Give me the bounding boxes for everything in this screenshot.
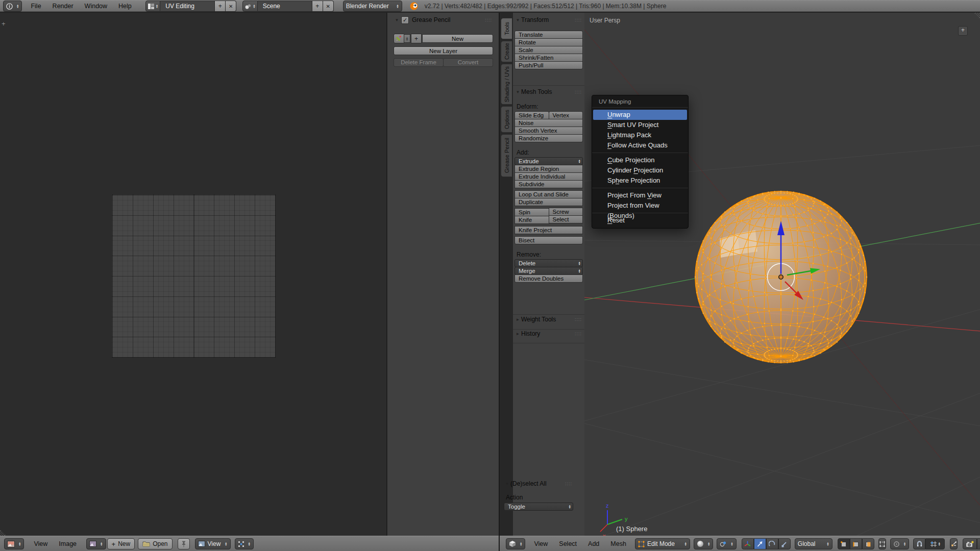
shelf-button-screw[interactable]: Screw [549,208,583,216]
collapse-triangle-icon[interactable]: ► [514,317,521,322]
shelf-button-extrude-individual[interactable]: Extrude Individual [514,172,583,181]
proportional-edit-dropdown[interactable] [890,538,909,549]
uv-menu-view[interactable]: View [28,540,53,547]
pin-image-button[interactable] [178,538,190,549]
menu-item-cylinder-projection[interactable]: Cylinder Projection [593,165,687,176]
region-corner-grip[interactable] [0,530,6,536]
scene-icon-button[interactable] [242,1,257,12]
screen-layout-delete-button[interactable]: ✕ [226,1,236,12]
shelf-button-select[interactable]: Select [549,215,583,223]
panel-drag-dots-icon[interactable]: :::: [575,17,582,22]
shelf-button-extrude-region[interactable]: Extrude Region [514,165,583,173]
menu-item-project-from-view-bounds-[interactable]: Project from View (Bounds) [593,201,687,211]
image-new-button[interactable]: + New [107,538,135,549]
manipulator-scale-button[interactable] [778,538,791,549]
shelf-button-vertex[interactable]: Vertex [549,111,583,119]
shelf-tab-tools[interactable]: Tools [501,18,512,39]
manipulator-rotate-button[interactable] [766,538,778,549]
menu-item-sphere-projection[interactable]: Sphere Projection [593,176,687,186]
grease-pencil-checkbox[interactable]: ✓ [401,16,409,24]
shelf-tab-options[interactable]: Options [501,106,512,133]
menu-item-cube-projection[interactable]: Cube Projection [593,155,687,165]
uv-pivot-dropdown[interactable] [235,538,254,549]
editor-type-button[interactable] [506,538,525,549]
mesh-tools-panel-header[interactable]: ▼ Mesh Tools :::: [514,88,583,96]
shelf-button-push-pull[interactable]: Push/Pull [514,61,583,69]
shelf-menu-extrude[interactable]: Extrude [514,157,583,165]
vertex-select-button[interactable] [838,538,850,549]
render-animation-button[interactable] [977,538,980,549]
snap-element-dropdown[interactable] [925,538,945,549]
shelf-tab-create[interactable]: Create [501,41,512,62]
grease-pencil-data-spinner[interactable] [404,34,410,43]
panel-drag-dots-icon[interactable]: :::: [565,481,572,486]
new-layer-button[interactable]: New Layer [394,46,493,55]
image-open-button[interactable]: Open [138,538,172,549]
grease-pencil-add-button[interactable]: + [411,34,422,43]
collapse-triangle-icon[interactable]: ▼ [504,482,510,486]
manipulator-axes-button[interactable] [742,538,754,549]
image-datablock-button[interactable] [86,538,106,549]
collapse-triangle-icon[interactable]: ▼ [514,18,521,22]
history-panel-header[interactable]: ► History :::: [514,330,583,338]
blender-info-menu-button[interactable] [3,1,22,12]
viewport-shading-dropdown[interactable] [694,538,713,549]
snap-toggle-button[interactable] [913,538,925,549]
panel-drag-dots-icon[interactable]: :::: [575,331,582,336]
shelf-button-knife[interactable]: Knife [514,216,549,224]
viewport-canvas[interactable]: z y x User Persp (1) Sphere + UV Mapping… [584,13,980,536]
panel-drag-dots-icon[interactable]: :::: [485,17,492,22]
shelf-menu-delete[interactable]: Delete [514,259,583,267]
editor-type-button[interactable] [4,538,24,549]
shelf-tab-shading-uvs[interactable]: Shading / UVs [501,64,512,105]
convert-button[interactable]: Convert [443,58,493,67]
shelf-button-noise[interactable]: Noise [514,119,583,127]
pivot-center-dropdown[interactable] [717,538,736,549]
screen-layout-icon-button[interactable] [145,1,160,12]
panel-drag-dots-icon[interactable]: :::: [575,317,582,322]
action-dropdown[interactable]: Toggle [504,503,573,511]
image-mode-dropdown[interactable]: View [195,538,231,549]
render-engine-dropdown[interactable]: Blender Render [343,1,402,12]
menu-file[interactable]: File [25,3,46,10]
shelf-tab-grease-pencil[interactable]: Grease Pencil [501,134,512,177]
transform-orientation-dropdown[interactable]: Global [795,538,832,549]
screen-layout-add-button[interactable]: + [214,1,226,12]
manipulate-center-points-button[interactable] [950,538,958,549]
region-expand-icon[interactable]: + [2,20,6,28]
manipulator-translate-button[interactable] [754,538,766,549]
menu-item-lightmap-pack[interactable]: Lightmap Pack [593,130,687,140]
shelf-button-rotate[interactable]: Rotate [514,38,583,46]
edge-select-button[interactable] [850,538,862,549]
shelf-menu-merge[interactable]: Merge [514,267,583,275]
delete-frame-button[interactable]: Delete Frame [394,58,444,67]
properties-region-expand-button[interactable]: + [958,26,968,36]
grease-pencil-panel-header[interactable]: ▼ ✓ Grease Pencil :::: [394,16,493,24]
menu-item-unwrap[interactable]: Unwrap [593,110,687,120]
mode-dropdown[interactable]: Edit Mode [635,538,690,549]
shelf-button-bisect[interactable]: Bisect [514,236,583,244]
grease-pencil-data-button[interactable] [394,34,404,43]
limit-selection-visible-button[interactable] [878,538,886,549]
shelf-button-knife-project[interactable]: Knife Project [514,226,583,234]
collapse-triangle-icon[interactable]: ▼ [514,90,521,94]
shelf-button-remove-doubles[interactable]: Remove Doubles [514,274,583,283]
shelf-button-duplicate[interactable]: Duplicate [514,198,583,206]
menu-item-follow-active-quads[interactable]: Follow Active Quads [593,140,687,151]
menu-item-project-from-view[interactable]: Project From View [593,190,687,201]
uv-menu-image[interactable]: Image [53,540,82,547]
collapse-triangle-icon[interactable]: ▼ [394,18,400,22]
panel-drag-dots-icon[interactable]: :::: [575,89,582,94]
grease-pencil-new-button[interactable]: New [422,34,493,43]
menu-render[interactable]: Render [47,3,79,10]
shelf-button-slide-edg[interactable]: Slide Edg [514,111,549,119]
shelf-button-spin[interactable]: Spin [514,208,549,216]
vp-menu-add[interactable]: Add [582,540,605,547]
shelf-button-smooth-vertex[interactable]: Smooth Vertex [514,127,583,135]
scene-delete-button[interactable]: ✕ [323,1,334,12]
shelf-button-translate[interactable]: Translate [514,31,583,39]
shelf-button-randomize[interactable]: Randomize [514,134,583,142]
face-select-button[interactable] [862,538,874,549]
shelf-button-shrink-fatten[interactable]: Shrink/Fatten [514,54,583,62]
menu-item-reset[interactable]: Reset [593,215,687,226]
